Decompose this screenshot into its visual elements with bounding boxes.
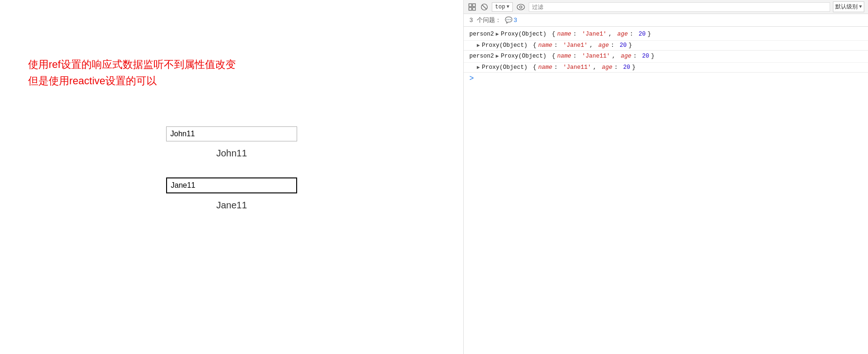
console-entry-2: person2 ▶ Proxy(Object) { name : 'Jane11… xyxy=(464,51,868,63)
eye-icon[interactable] xyxy=(516,2,526,12)
proxy-type-2: Proxy(Object) xyxy=(501,52,550,61)
svg-rect-3 xyxy=(473,7,475,10)
console-entry-1: person2 ▶ Proxy(Object) { name : 'Jane1'… xyxy=(464,29,868,41)
message-icon: 💬 xyxy=(505,16,512,24)
console-indent-1: ▶ Proxy(Object) { name : 'Jane1' , age :… xyxy=(464,41,868,50)
devtools-panel: top ▼ 默认级别 ▼ 3 个问题： 💬 3 person2 xyxy=(463,0,868,354)
description-line1: 使用ref设置的响应式数据监听不到属性值改变 xyxy=(28,56,435,73)
person1-name-input[interactable]: John11 xyxy=(166,126,297,141)
svg-line-5 xyxy=(482,5,487,9)
browser-viewport: 使用ref设置的响应式数据监听不到属性值改变 但是使用reactive设置的可以… xyxy=(0,0,463,354)
issues-label: 3 个问题： xyxy=(469,16,501,24)
description-line2: 但是使用reactive设置的可以 xyxy=(28,73,435,89)
console-clear-icon[interactable] xyxy=(467,2,477,12)
console-line-2: person2 ▶ Proxy(Object) { name : 'Jane11… xyxy=(469,52,862,61)
expand-arrow-1b[interactable]: ▶ xyxy=(477,42,480,48)
console-output: person2 ▶ Proxy(Object) { name : 'Jane1'… xyxy=(464,27,868,354)
log-level-dropdown[interactable]: 默认级别 ▼ xyxy=(833,1,864,12)
console-prompt[interactable]: > xyxy=(464,73,868,85)
console-line-1: person2 ▶ Proxy(Object) { name : 'Jane1'… xyxy=(469,30,862,39)
chevron-down-icon: ▼ xyxy=(507,4,510,9)
console-indent-2: ▶ Proxy(Object) { name : 'Jane11' , age … xyxy=(464,63,868,72)
person2-name-input[interactable]: Jane11 xyxy=(166,177,297,193)
expand-arrow-2[interactable]: ▶ xyxy=(496,52,499,60)
svg-point-6 xyxy=(517,4,525,10)
context-dropdown[interactable]: top ▼ xyxy=(492,2,513,12)
person2-display: Jane11 xyxy=(216,200,247,211)
context-label: top xyxy=(495,4,505,10)
level-label: 默认级别 xyxy=(835,3,858,11)
proxy-type-1: Proxy(Object) xyxy=(501,30,550,39)
devtools-toolbar: top ▼ 默认级别 ▼ xyxy=(464,0,868,14)
filter-input[interactable] xyxy=(529,2,830,12)
issues-badge[interactable]: 💬 3 xyxy=(505,16,518,24)
var-name-1: person2 xyxy=(469,30,494,39)
svg-rect-1 xyxy=(473,4,475,7)
svg-rect-0 xyxy=(469,4,472,7)
console-group-2: person2 ▶ Proxy(Object) { name : 'Jane11… xyxy=(464,51,868,73)
console-group-1: person2 ▶ Proxy(Object) { name : 'Jane1'… xyxy=(464,29,868,51)
description-block: 使用ref设置的响应式数据监听不到属性值改变 但是使用reactive设置的可以 xyxy=(28,56,435,89)
person2-group: Jane11 Jane11 xyxy=(28,177,435,211)
var-name-2: person2 xyxy=(469,52,494,61)
issues-count: 3 xyxy=(514,17,518,24)
ban-icon[interactable] xyxy=(480,2,489,12)
person1-display: John11 xyxy=(216,148,247,159)
expand-arrow-1[interactable]: ▶ xyxy=(496,30,499,38)
level-chevron-icon: ▼ xyxy=(859,4,862,9)
person1-group: John11 John11 xyxy=(28,126,435,159)
issues-bar: 3 个问题： 💬 3 xyxy=(464,14,868,27)
expand-arrow-2b[interactable]: ▶ xyxy=(477,64,480,70)
svg-rect-2 xyxy=(469,7,472,10)
svg-point-7 xyxy=(519,6,522,8)
